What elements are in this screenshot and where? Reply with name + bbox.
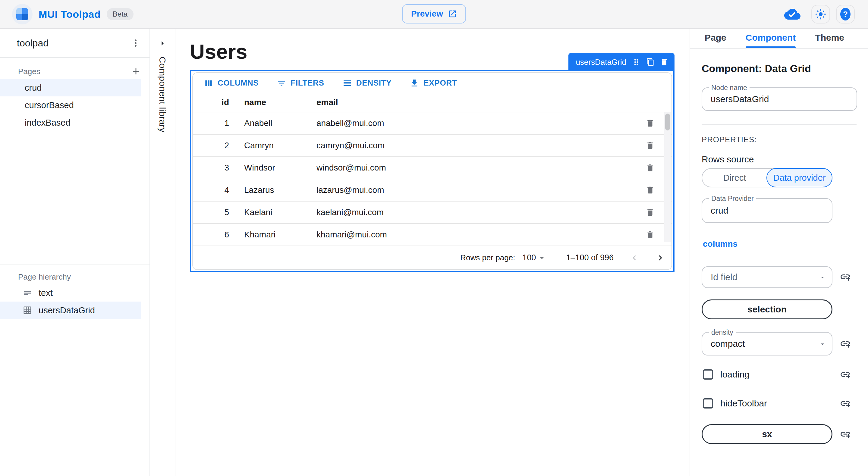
rows-source-option-data-provider[interactable]: Data provider [767, 168, 832, 187]
inspector-tabs: Page Component Theme [690, 29, 868, 49]
node-name-field[interactable]: Node name usersDataGrid [702, 87, 857, 111]
sx-button[interactable]: sx [702, 424, 832, 444]
drag-handle-icon[interactable] [632, 58, 641, 67]
cell-email: camryn@mui.com [316, 141, 569, 150]
grid-toolbar: COLUMNS FILTERS DENSITY [193, 73, 672, 93]
chevron-right-icon [655, 253, 665, 263]
cell-email: anabell@mui.com [316, 118, 569, 128]
table-row[interactable]: 3 Windsor windsor@mui.com [193, 156, 672, 179]
deploy-cloud-icon[interactable] [784, 6, 801, 22]
cell-email: lazarus@mui.com [316, 185, 569, 195]
inspector-divider [702, 124, 857, 125]
bind-sx-icon[interactable] [840, 429, 851, 440]
delete-row-icon[interactable] [646, 230, 655, 239]
grid-columns-label: COLUMNS [218, 78, 258, 88]
grid-rows-viewport: 1 Anabell anabell@mui.com 2 Camryn camry… [193, 112, 672, 246]
data-provider-field[interactable]: Data Provider crud [702, 198, 832, 223]
cell-id: 2 [193, 141, 229, 150]
cell-name: Windsor [244, 163, 316, 172]
app-root: MUI Toolpad Beta Preview ? [0, 0, 868, 476]
grid-filters-button[interactable]: FILTERS [272, 76, 329, 90]
columns-link[interactable]: columns [703, 239, 738, 249]
bind-density-icon[interactable] [840, 338, 851, 349]
selection-chip: usersDataGrid [568, 53, 675, 71]
component-library-strip[interactable]: Component library [150, 29, 176, 476]
column-header-id[interactable]: id [193, 98, 229, 107]
rows-source-option-direct[interactable]: Direct [702, 169, 767, 187]
tab-component[interactable]: Component [746, 29, 796, 46]
theme-toggle-button[interactable] [811, 5, 830, 24]
delete-component-icon[interactable] [660, 58, 669, 66]
node-name-label: Node name [709, 84, 749, 92]
selection-chip-label: usersDataGrid [576, 58, 626, 67]
bind-hide-toolbar-icon[interactable] [840, 398, 851, 409]
delete-row-icon[interactable] [646, 186, 655, 195]
table-row[interactable]: 2 Camryn camryn@mui.com [193, 134, 672, 156]
hierarchy-item-text[interactable]: text [0, 284, 141, 302]
page-item-label: indexBased [25, 118, 70, 128]
density-select[interactable]: density compact [702, 332, 832, 355]
open-in-new-icon [448, 9, 457, 19]
page-item-label: cursorBased [25, 100, 74, 110]
users-data-grid: COLUMNS FILTERS DENSITY [192, 72, 672, 270]
rows-per-page-select[interactable]: 100 [522, 253, 547, 263]
delete-row-icon[interactable] [646, 163, 655, 172]
help-button[interactable]: ? [836, 5, 855, 24]
brand: MUI Toolpad Beta [0, 4, 133, 24]
top-actions: ? [784, 5, 868, 24]
rows-source-label: Rows source [702, 154, 754, 164]
hierarchy-item-usersdatagrid[interactable]: usersDataGrid [0, 302, 141, 319]
hide-toolbar-checkbox[interactable] [703, 398, 713, 409]
loading-checkbox[interactable] [703, 369, 713, 380]
delete-row-icon[interactable] [646, 141, 655, 150]
filter-list-icon [277, 78, 286, 88]
delete-row-icon[interactable] [646, 119, 655, 128]
grid-export-button[interactable]: EXPORT [405, 76, 462, 90]
scrollbar-thumb[interactable] [665, 114, 670, 130]
rows-source-toggle: Direct Data provider [702, 168, 832, 187]
help-icon: ? [840, 8, 850, 21]
selected-component-outline: usersDataGrid [190, 70, 675, 272]
page-title: Users [190, 40, 247, 63]
cell-name: Camryn [244, 141, 316, 150]
grid-export-label: EXPORT [424, 78, 457, 88]
column-header-name[interactable]: name [244, 98, 316, 107]
cell-name: Lazarus [244, 185, 316, 195]
light-mode-sun-icon [815, 8, 827, 20]
table-row[interactable]: 5 Kaelani kaelani@mui.com [193, 201, 672, 223]
hierarchy-section-label: Page hierarchy [18, 272, 71, 282]
sidebar-page-crud[interactable]: crud [0, 79, 141, 96]
data-grid-component-icon [23, 306, 32, 315]
hierarchy-section-header: Page hierarchy [0, 265, 150, 284]
tab-page[interactable]: Page [705, 29, 726, 46]
sidebar-page-cursorbased[interactable]: cursorBased [0, 96, 141, 114]
loading-checkbox-label: loading [720, 369, 749, 380]
data-provider-label: Data Provider [709, 195, 756, 203]
delete-row-icon[interactable] [646, 208, 655, 217]
cell-email: kaelani@mui.com [316, 208, 569, 217]
sidebar-page-indexbased[interactable]: indexBased [0, 114, 141, 131]
cell-name: Kaelani [244, 208, 316, 217]
pages-section-header: Pages [0, 58, 150, 79]
table-row[interactable]: 4 Lazarus lazarus@mui.com [193, 179, 672, 201]
beta-badge: Beta [107, 8, 133, 20]
hide-toolbar-checkbox-label: hideToolbar [720, 398, 767, 409]
grid-columns-button[interactable]: COLUMNS [199, 76, 264, 90]
duplicate-component-icon[interactable] [646, 58, 655, 66]
grid-density-button[interactable]: DENSITY [338, 76, 397, 90]
bind-loading-icon[interactable] [840, 369, 851, 380]
project-menu-kebab-icon[interactable] [130, 38, 141, 49]
add-page-icon[interactable] [131, 66, 141, 76]
table-row[interactable]: 1 Anabell anabell@mui.com [193, 112, 672, 134]
table-row[interactable]: 6 Khamari khamari@mui.com [193, 223, 672, 246]
column-header-email[interactable]: email [316, 98, 569, 107]
tab-theme[interactable]: Theme [815, 29, 844, 46]
inspector-panel: Page Component Theme Component: Data Gri… [689, 29, 868, 476]
preview-button[interactable]: Preview [402, 4, 466, 24]
next-page-button[interactable] [655, 253, 665, 263]
bind-id-field-icon[interactable] [840, 271, 851, 283]
selection-button[interactable]: selection [702, 299, 832, 319]
chevron-left-icon [629, 253, 640, 263]
previous-page-button[interactable] [629, 253, 640, 263]
id-field-select[interactable]: Id field [702, 266, 832, 288]
